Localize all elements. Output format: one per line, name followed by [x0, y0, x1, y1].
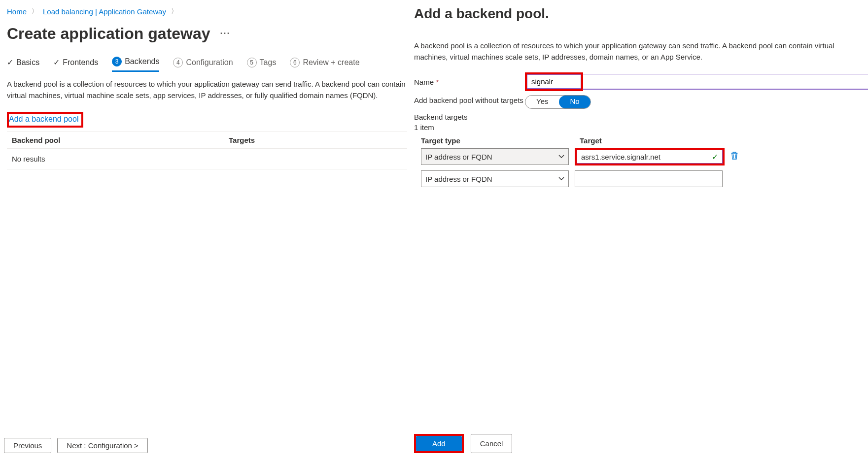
required-asterisk: * [436, 78, 439, 86]
chevron-right-icon: 〉 [32, 7, 38, 16]
backend-targets-heading: Backend targets [414, 113, 868, 121]
cancel-button[interactable]: Cancel [471, 434, 513, 453]
toggle-yes[interactable]: Yes [525, 96, 559, 108]
tab-description: A backend pool is a collection of resour… [7, 79, 407, 101]
breadcrumb: Home 〉 Load balancing | Application Gate… [7, 7, 407, 16]
item-count: 1 item [414, 123, 868, 132]
toggle-no[interactable]: No [559, 96, 590, 108]
page-title-text: Create application gateway [7, 25, 210, 43]
col-targets: Targets [229, 136, 255, 144]
tab-backends-label: Backends [125, 57, 159, 66]
target-type-select[interactable]: IP address or FQDN [421, 148, 569, 165]
tab-basics[interactable]: ✓ Basics [7, 57, 39, 72]
previous-button[interactable]: Previous [4, 438, 51, 453]
highlight-box: Add a backend pool [7, 112, 83, 128]
tab-review-label: Review + create [303, 58, 359, 67]
delete-icon[interactable] [730, 151, 738, 163]
step-number-icon: 5 [247, 58, 257, 67]
check-icon: ✓ [712, 152, 718, 162]
targets-header: Target type Target [421, 136, 746, 145]
breadcrumb-loadbalancing[interactable]: Load balancing | Application Gateway [43, 7, 166, 16]
tab-frontends-label: Frontends [63, 58, 98, 67]
name-input[interactable] [527, 74, 581, 89]
highlight-box [525, 72, 583, 91]
add-button[interactable]: Add [416, 436, 462, 451]
without-targets-toggle[interactable]: Yes No [525, 95, 591, 109]
col-backend-pool: Backend pool [7, 136, 229, 144]
tab-review[interactable]: 6 Review + create [290, 57, 359, 72]
chevron-down-icon [558, 176, 564, 182]
name-row: Name * [414, 72, 868, 91]
panel-footer: Add Cancel [414, 434, 512, 453]
name-input-extension[interactable] [583, 74, 868, 90]
target-row: IP address or FQDN [421, 170, 746, 187]
name-label: Name * [414, 78, 525, 86]
wizard-tabs: ✓ Basics ✓ Frontends 3 Backends 4 Config… [7, 57, 407, 72]
tab-tags[interactable]: 5 Tags [247, 57, 277, 72]
target-input[interactable]: asrs1.service.signalr.net ✓ [577, 150, 723, 164]
side-panel: Add a backend pool. A backend pool is a … [414, 0, 868, 462]
tab-configuration[interactable]: 4 Configuration [173, 57, 233, 72]
main-content: Home 〉 Load balancing | Application Gate… [0, 0, 414, 462]
tab-configuration-label: Configuration [186, 58, 233, 67]
target-type-select[interactable]: IP address or FQDN [421, 170, 569, 187]
page-title: Create application gateway ··· [7, 25, 407, 43]
name-label-text: Name [414, 78, 434, 86]
target-value: asrs1.service.signalr.net [581, 153, 660, 161]
step-number-icon: 6 [290, 58, 300, 67]
step-number-icon: 4 [173, 58, 183, 67]
tab-basics-label: Basics [16, 58, 39, 67]
panel-title: Add a backend pool. [414, 6, 868, 22]
targets-table: Target type Target IP address or FQDN as… [421, 136, 746, 187]
add-backend-pool-link[interactable]: Add a backend pool [9, 115, 78, 123]
target-input[interactable] [575, 170, 723, 187]
pool-grid-header: Backend pool Targets [7, 132, 407, 149]
wizard-footer: Previous Next : Configuration > [4, 438, 148, 453]
more-icon[interactable]: ··· [220, 29, 231, 39]
breadcrumb-home[interactable]: Home [7, 7, 27, 16]
target-type-value: IP address or FQDN [425, 153, 492, 161]
pool-grid-empty: No results [7, 149, 407, 169]
tab-frontends[interactable]: ✓ Frontends [53, 57, 98, 72]
panel-description: A backend pool is a collection of resour… [414, 40, 848, 63]
next-button[interactable]: Next : Configuration > [57, 438, 148, 453]
tab-backends[interactable]: 3 Backends [112, 57, 159, 72]
col-target-type: Target type [421, 136, 580, 145]
without-targets-label: Add backend pool without targets [414, 95, 525, 105]
check-icon: ✓ [7, 58, 13, 67]
step-number-icon: 3 [112, 57, 122, 66]
col-target: Target [580, 136, 602, 145]
without-targets-row: Add backend pool without targets Yes No [414, 95, 868, 109]
chevron-right-icon: 〉 [171, 7, 177, 16]
target-type-value: IP address or FQDN [425, 175, 492, 183]
check-icon: ✓ [53, 58, 60, 67]
target-row: IP address or FQDN asrs1.service.signalr… [421, 148, 746, 165]
tab-tags-label: Tags [260, 58, 277, 67]
highlight-box: Add [414, 434, 464, 453]
highlight-box: asrs1.service.signalr.net ✓ [575, 148, 725, 165]
chevron-down-icon [558, 154, 564, 160]
